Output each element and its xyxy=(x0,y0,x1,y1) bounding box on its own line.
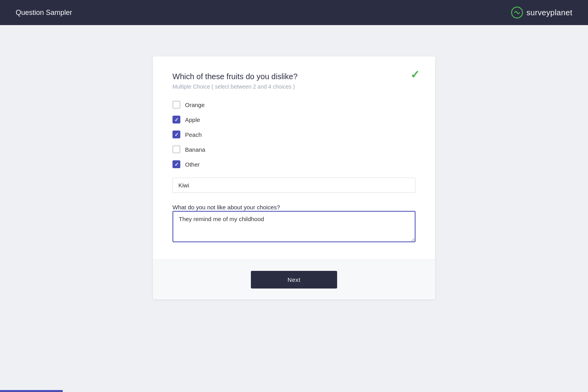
choice-label-banana: Banana xyxy=(185,146,205,153)
other-text-input[interactable] xyxy=(172,178,416,193)
logo-icon xyxy=(511,6,523,19)
checkbox-apple[interactable] xyxy=(172,116,180,123)
app-title: Question Sampler xyxy=(16,9,72,17)
choice-item-apple[interactable]: Apple xyxy=(172,116,416,123)
choice-label-orange: Orange xyxy=(185,102,205,108)
followup-section: What do you not like about your choices?… xyxy=(172,204,416,244)
survey-card: ✓ Which of these fruits do you dislike? … xyxy=(153,56,435,299)
checkbox-orange[interactable] xyxy=(172,101,180,109)
next-button[interactable]: Next xyxy=(251,271,337,289)
main-content: ✓ Which of these fruits do you dislike? … xyxy=(0,25,588,299)
choice-item-other[interactable]: Other xyxy=(172,160,416,168)
question-title: Which of these fruits do you dislike? xyxy=(172,72,416,81)
choice-item-orange[interactable]: Orange xyxy=(172,101,416,109)
choice-list: Orange Apple Peach Banana Other xyxy=(172,101,416,168)
choice-label-other: Other xyxy=(185,161,200,168)
logo-text: surveyplanet xyxy=(526,8,572,17)
check-icon: ✓ xyxy=(410,68,419,81)
app-header: Question Sampler surveyplanet xyxy=(0,0,588,25)
survey-body: ✓ Which of these fruits do you dislike? … xyxy=(153,56,435,260)
followup-textarea[interactable]: They remind me of my childhood xyxy=(172,211,416,242)
followup-label: What do you not like about your choices? xyxy=(172,204,280,211)
bottom-accent-bar xyxy=(0,390,63,392)
checkbox-banana[interactable] xyxy=(172,145,180,153)
choice-label-apple: Apple xyxy=(185,116,200,123)
question-subtitle: Multiple Choice ( select between 2 and 4… xyxy=(172,83,416,90)
logo-area: surveyplanet xyxy=(511,6,572,19)
choice-item-peach[interactable]: Peach xyxy=(172,131,416,138)
choice-item-banana[interactable]: Banana xyxy=(172,145,416,153)
survey-footer: Next xyxy=(153,260,435,299)
checkbox-other[interactable] xyxy=(172,160,180,168)
checkbox-peach[interactable] xyxy=(172,131,180,138)
choice-label-peach: Peach xyxy=(185,131,202,138)
